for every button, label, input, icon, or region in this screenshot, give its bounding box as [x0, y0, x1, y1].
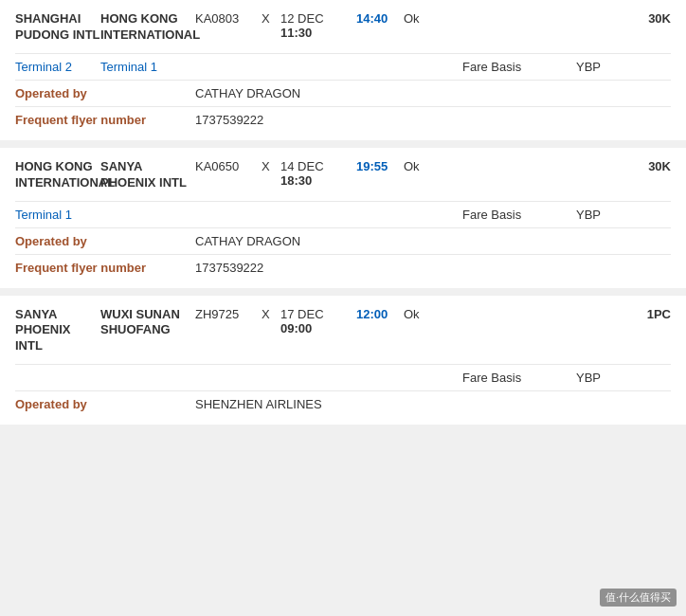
flight-arrive: 19:55 [356, 159, 404, 173]
terminal-row: Terminal 1 Fare Basis YBP [15, 201, 671, 227]
time-depart: 18:30 [280, 173, 312, 188]
ffn-label: Frequent flyer number [15, 113, 195, 127]
fare-basis-row: Fare Basis YBP [15, 364, 671, 390]
operated-by-label: Operated by [15, 397, 195, 411]
operated-by-row: Operated by CATHAY DRAGON [15, 80, 671, 106]
time-depart: 09:00 [280, 321, 312, 335]
date-part: 14 DEC [280, 159, 324, 173]
flight-segment: SHANGHAI PUDONG INTL HONG KONG INTERNATI… [0, 0, 686, 140]
flight-status: Ok [404, 159, 442, 173]
airport-from: HONG KONG INTERNATIONAL [15, 159, 100, 191]
flight-baggage: 1PC [647, 307, 671, 321]
flight-segment: HONG KONG INTERNATIONAL SANYA PHOENIX IN… [0, 148, 686, 288]
terminal-from: Terminal 2 [15, 60, 100, 74]
flight-baggage: 30K [648, 11, 671, 26]
operated-by-value: CATHAY DRAGON [195, 234, 300, 248]
date-part: 12 DEC [280, 11, 324, 26]
terminal-row: Terminal 2 Terminal 1 Fare Basis YBP [15, 53, 671, 80]
flight-header: SHANGHAI PUDONG INTL HONG KONG INTERNATI… [15, 11, 671, 44]
flight-x: X [262, 159, 280, 173]
fare-basis-label: Fare Basis [462, 371, 576, 385]
ffn-label: Frequent flyer number [15, 261, 195, 275]
flight-date: 14 DEC 18:30 [280, 159, 356, 188]
airport-to: WUXI SUNAN SHUOFANG [100, 307, 195, 339]
fare-basis-label: Fare Basis [462, 208, 576, 222]
terminal-to: Terminal 1 [100, 60, 195, 74]
flight-number: ZH9725 [195, 307, 262, 321]
flight-status: Ok [404, 11, 442, 26]
terminal-from: Terminal 1 [15, 208, 100, 222]
flight-status: Ok [404, 307, 442, 321]
ffn-value: 1737539222 [195, 113, 263, 127]
operated-by-label: Operated by [15, 86, 195, 100]
flight-header: HONG KONG INTERNATIONAL SANYA PHOENIX IN… [15, 159, 671, 191]
flight-date: 12 DEC 11:30 [280, 11, 356, 40]
fare-basis-value: YBP [576, 60, 671, 74]
flight-x: X [262, 307, 280, 321]
airport-to: HONG KONG INTERNATIONAL [100, 11, 195, 44]
airport-from: SHANGHAI PUDONG INTL [15, 11, 100, 44]
flight-segment: SANYA PHOENIX INTL WUXI SUNAN SHUOFANG Z… [0, 296, 686, 426]
operated-by-label: Operated by [15, 234, 195, 248]
date-part: 17 DEC [280, 307, 324, 321]
fare-basis-value: YBP [576, 371, 671, 385]
frequent-flyer-row: Frequent flyer number 1737539222 [15, 106, 671, 133]
ffn-value: 1737539222 [195, 261, 263, 275]
operated-by-value: SHENZHEN AIRLINES [195, 397, 322, 411]
fare-basis-label: Fare Basis [462, 60, 576, 74]
flight-number: KA0650 [195, 159, 262, 173]
flight-arrive: 14:40 [356, 11, 404, 26]
flight-baggage: 30K [648, 159, 671, 173]
operated-by-row: Operated by SHENZHEN AIRLINES [15, 390, 671, 417]
time-depart: 11:30 [280, 26, 312, 40]
operated-by-row: Operated by CATHAY DRAGON [15, 227, 671, 254]
flight-date: 17 DEC 09:00 [280, 307, 356, 335]
operated-by-value: CATHAY DRAGON [195, 86, 300, 100]
fare-basis-value: YBP [576, 208, 671, 222]
airport-to: SANYA PHOENIX INTL [100, 159, 195, 191]
airport-from: SANYA PHOENIX INTL [15, 307, 100, 355]
frequent-flyer-row: Frequent flyer number 1737539222 [15, 254, 671, 281]
flight-header: SANYA PHOENIX INTL WUXI SUNAN SHUOFANG Z… [15, 307, 671, 355]
flight-arrive: 12:00 [356, 307, 404, 321]
flight-number: KA0803 [195, 11, 262, 26]
flight-x: X [262, 11, 280, 26]
